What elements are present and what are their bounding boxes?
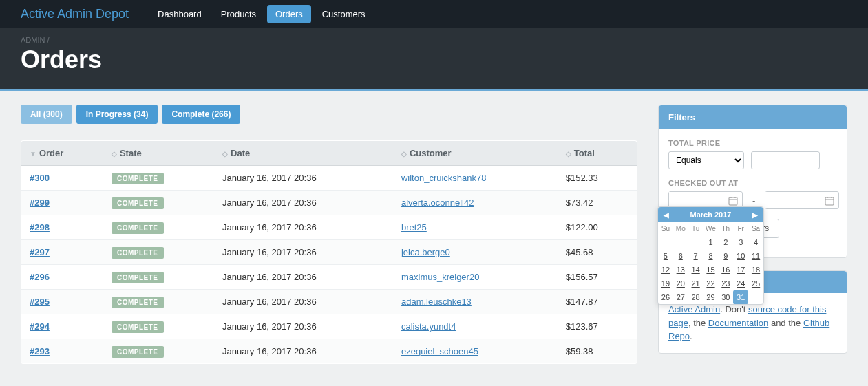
order-link[interactable]: #295 [30,297,50,307]
day-cell[interactable]: 18 [748,263,763,277]
calendar-icon [821,195,838,206]
day-cell[interactable]: 4 [748,235,763,249]
total-cell: $152.33 [558,166,637,191]
date-to-field[interactable] [765,191,839,209]
calendar-icon [724,195,742,206]
customer-link[interactable]: alverta.oconnell42 [401,197,474,208]
total-price-input[interactable] [751,151,820,169]
customer-link[interactable]: jeica.berge0 [401,247,450,257]
scope-tab[interactable]: All (300) [21,105,72,124]
nav-item-orders[interactable]: Orders [267,5,311,23]
customer-link[interactable]: ezequiel_schoen45 [401,346,478,356]
table-row: #299COMPLETEJanuary 16, 2017 20:36alvert… [21,191,637,215]
day-cell[interactable]: 15 [703,263,719,277]
day-cell[interactable]: 12 [658,263,673,277]
datepicker-month: March 2017 [690,211,732,219]
day-cell[interactable]: 6 [673,249,688,263]
order-link[interactable]: #293 [30,346,50,356]
checked-out-label: CHECKED OUT AT [668,179,837,187]
customer-link[interactable]: calista.yundt4 [401,321,456,332]
col-header-order[interactable]: ▼Order [21,141,103,166]
col-header-state[interactable]: ◇State [103,141,214,166]
scope-tab[interactable]: Complete (266) [162,105,240,124]
date-to-input[interactable] [765,192,821,208]
day-cell[interactable]: 3 [733,235,748,249]
day-cell[interactable]: 23 [718,277,733,290]
day-cell[interactable]: 2 [718,235,733,249]
date-cell: January 16, 2017 20:36 [214,265,393,290]
date-cell: January 16, 2017 20:36 [214,215,393,240]
table-row: #296COMPLETEJanuary 16, 2017 20:36maximu… [21,265,637,290]
col-header-total[interactable]: ◇Total [558,141,637,166]
brand-link[interactable]: Active Admin Depot [21,7,129,21]
scope-tab[interactable]: In Progress (34) [76,105,158,124]
customer-link[interactable]: adam.leuschke13 [401,297,472,307]
customer-link[interactable]: wilton_cruickshank78 [401,173,487,183]
dow-label: Fr [733,222,748,235]
total-cell: $147.87 [558,290,637,314]
nav-item-products[interactable]: Products [213,5,264,23]
day-cell[interactable]: 27 [673,290,688,304]
state-badge: COMPLETE [112,346,164,358]
day-cell[interactable]: 14 [688,263,703,277]
svg-rect-4 [825,197,834,205]
day-cell[interactable]: 29 [703,290,719,304]
order-link[interactable]: #297 [30,247,50,257]
day-cell[interactable]: 26 [658,290,673,304]
orders-table: ▼Order◇State◇Date◇Customer◇Total #300COM… [21,140,637,364]
day-cell[interactable]: 17 [733,263,748,277]
day-cell[interactable]: 8 [703,249,719,263]
customer-link[interactable]: maximus_kreiger20 [401,272,479,282]
col-header-date[interactable]: ◇Date [214,141,393,166]
date-cell: January 16, 2017 20:36 [214,314,393,339]
date-cell: January 16, 2017 20:36 [214,240,393,265]
about-link-active-admin[interactable]: Active Admin [668,304,720,314]
day-cell[interactable]: 5 [658,249,673,263]
total-price-label: TOTAL PRICE [668,139,837,147]
customer-link[interactable]: bret25 [401,222,427,233]
day-cell[interactable]: 24 [733,277,748,290]
dow-label: Sa [748,222,763,235]
nav-item-dashboard[interactable]: Dashboard [149,5,210,23]
order-link[interactable]: #300 [30,173,50,183]
next-month-icon[interactable]: ▶ [752,211,758,219]
day-cell[interactable]: 28 [688,290,703,304]
title-bar: ADMIN / Orders [0,28,868,91]
date-cell: January 16, 2017 20:36 [214,290,393,314]
day-cell[interactable]: 16 [718,263,733,277]
table-row: #298COMPLETEJanuary 16, 2017 20:36bret25… [21,215,637,240]
order-link[interactable]: #294 [30,321,50,332]
day-cell[interactable]: 7 [688,249,703,263]
prev-month-icon[interactable]: ◀ [664,211,669,219]
day-cell[interactable]: 22 [703,277,719,290]
dow-label: Th [718,222,733,235]
order-link[interactable]: #298 [30,222,50,233]
day-cell[interactable]: 25 [748,277,763,290]
sort-icon: ◇ [566,150,571,158]
nav-item-customers[interactable]: Customers [314,5,374,23]
day-cell[interactable]: 31 [733,290,748,304]
table-row: #300COMPLETEJanuary 16, 2017 20:36wilton… [21,166,637,191]
about-link-docs[interactable]: Documentation [708,318,768,328]
table-row: #297COMPLETEJanuary 16, 2017 20:36jeica.… [21,240,637,265]
state-badge: COMPLETE [112,272,164,283]
day-cell[interactable]: 9 [718,249,733,263]
total-price-operator-select[interactable]: Equals [668,151,744,169]
total-cell: $73.42 [558,191,637,215]
col-header-customer[interactable]: ◇Customer [393,141,558,166]
day-cell[interactable]: 20 [673,277,688,290]
datepicker: ◀ March 2017 ▶ SuMoTuWeThFrSa...12345678… [657,206,764,305]
day-cell[interactable]: 13 [673,263,688,277]
day-cell[interactable]: 19 [658,277,673,290]
order-link[interactable]: #296 [30,272,50,282]
day-cell[interactable]: 1 [703,235,719,249]
day-cell[interactable]: 30 [718,290,733,304]
day-cell[interactable]: 11 [748,249,763,263]
table-row: #295COMPLETEJanuary 16, 2017 20:36adam.l… [21,290,637,314]
table-row: #294COMPLETEJanuary 16, 2017 20:36calist… [21,314,637,339]
order-link[interactable]: #299 [30,197,50,208]
day-cell[interactable]: 10 [733,249,748,263]
day-cell[interactable]: 21 [688,277,703,290]
date-cell: January 16, 2017 20:36 [214,191,393,215]
filters-title: Filters [659,105,847,129]
